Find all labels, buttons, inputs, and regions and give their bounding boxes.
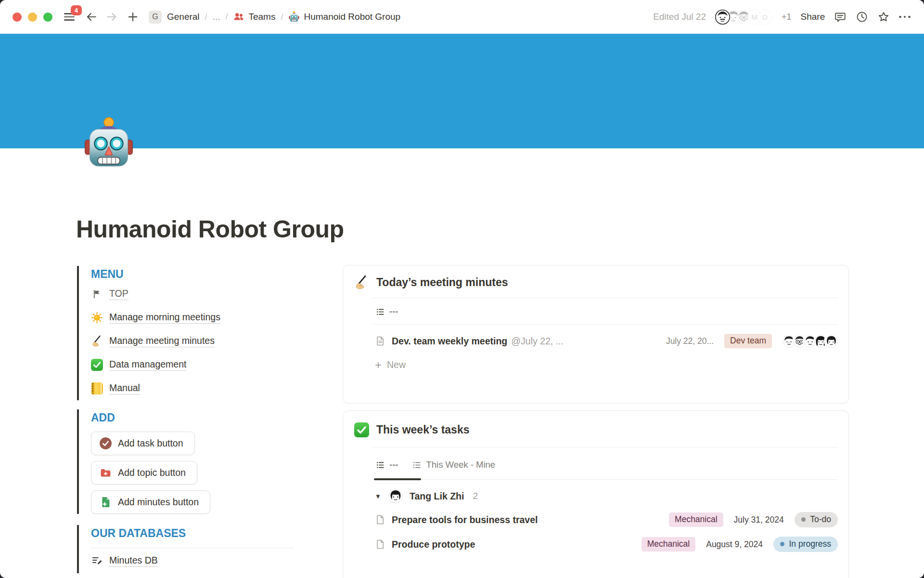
menu-link-meeting-minutes[interactable]: Manage meeting minutes bbox=[91, 329, 220, 353]
view-tab-label: This Week - Mine bbox=[426, 460, 495, 470]
active-tab-indicator bbox=[374, 478, 421, 480]
list-view-icon bbox=[412, 460, 422, 470]
add-topic-label: Add topic button bbox=[118, 467, 186, 478]
task-row[interactable]: Produce prototype Mechanical August 9, 2… bbox=[372, 532, 838, 556]
avatar-initial-d: D bbox=[757, 10, 772, 25]
breadcrumb-page-label: Humanoid Robot Group bbox=[304, 12, 400, 22]
check-box-icon bbox=[354, 422, 369, 437]
new-meeting-button[interactable]: + New bbox=[372, 351, 838, 370]
breadcrumb-separator: / bbox=[281, 12, 283, 22]
add-topic-button[interactable]: Add topic button bbox=[91, 461, 197, 485]
status-badge: In progress bbox=[773, 537, 838, 552]
close-window-button[interactable] bbox=[13, 13, 22, 22]
workspace-chip[interactable]: G bbox=[149, 11, 162, 24]
window-controls bbox=[13, 13, 52, 22]
menu-link-manual[interactable]: Manual bbox=[91, 377, 220, 400]
menu-link-top[interactable]: TOP bbox=[91, 282, 220, 306]
page-icon-robot[interactable] bbox=[82, 117, 136, 171]
breadcrumb-current-page[interactable]: Humanoid Robot Group bbox=[288, 11, 400, 23]
date-mention: @July 22, ... bbox=[511, 336, 564, 347]
breadcrumb-separator: / bbox=[205, 12, 207, 22]
new-label: New bbox=[387, 359, 406, 370]
card-title: This week’s tasks bbox=[376, 423, 469, 436]
history-button[interactable] bbox=[856, 11, 868, 23]
breadcrumb-separator: / bbox=[225, 12, 228, 22]
task-title: Produce prototype bbox=[392, 539, 475, 550]
arrow-right-icon bbox=[105, 11, 118, 23]
add-minutes-label: Add minutes button bbox=[118, 497, 199, 508]
arrow-left-icon bbox=[85, 11, 98, 23]
database-link-label: Minutes DB bbox=[109, 555, 158, 567]
add-task-button[interactable]: Add task button bbox=[91, 432, 195, 455]
menu-section: MENU TOP Manage morning meetings Manage … bbox=[77, 266, 220, 400]
menu-heading: MENU bbox=[91, 266, 220, 282]
status-dot bbox=[780, 542, 785, 547]
add-heading: ADD bbox=[91, 409, 210, 426]
page-cover bbox=[0, 34, 924, 148]
comment-icon bbox=[834, 11, 847, 23]
titlebar-actions: Edited Jul 22 M D +1 Share bbox=[653, 10, 911, 25]
plus-icon bbox=[127, 11, 139, 23]
back-button[interactable] bbox=[85, 11, 98, 23]
add-minutes-button[interactable]: Add minutes button bbox=[91, 490, 210, 514]
page-title: Humanoid Robot Group bbox=[76, 215, 344, 244]
breadcrumb-collapsed[interactable]: ... bbox=[213, 12, 220, 22]
database-link-minutes-db[interactable]: Minutes DB bbox=[91, 548, 294, 573]
row-properties: Mechanical August 9, 2024 In progress bbox=[642, 537, 838, 552]
list-view-icon bbox=[376, 307, 385, 316]
group-count: 2 bbox=[473, 491, 478, 501]
meeting-row[interactable]: Dev. team weekly meeting @July 22, ... J… bbox=[372, 325, 838, 351]
add-task-label: Add task button bbox=[118, 438, 183, 449]
card-title: Today’s meeting minutes bbox=[376, 276, 508, 289]
people-icon bbox=[233, 11, 244, 23]
team-tag: Dev team bbox=[724, 334, 772, 348]
task-row[interactable]: Prepare tools for business travel Mechan… bbox=[372, 507, 838, 532]
app-window: 4 G General / ... / Teams bbox=[0, 0, 924, 578]
new-tab-button[interactable] bbox=[127, 11, 139, 23]
writing-hand-icon bbox=[91, 335, 103, 347]
minimize-window-button[interactable] bbox=[28, 13, 37, 22]
breadcrumb-teams[interactable]: Teams bbox=[233, 11, 275, 23]
sidebar-toggle-button[interactable]: 4 bbox=[63, 11, 76, 23]
more-options-button[interactable] bbox=[899, 16, 911, 18]
avatar-overflow-count[interactable]: +1 bbox=[782, 12, 792, 22]
clock-icon bbox=[856, 11, 868, 23]
view-tab-label: --- bbox=[389, 460, 398, 470]
status-label: To-do bbox=[810, 514, 831, 525]
ledger-icon bbox=[91, 382, 103, 394]
flag-icon bbox=[91, 288, 103, 300]
favorite-button[interactable] bbox=[877, 11, 890, 23]
share-button[interactable]: Share bbox=[801, 12, 825, 22]
page-icon bbox=[375, 514, 385, 525]
zoom-window-button[interactable] bbox=[43, 13, 52, 22]
view-tab-default[interactable]: --- bbox=[376, 460, 398, 470]
add-section: ADD Add task button Add topic button Add… bbox=[77, 409, 210, 514]
status-label: In progress bbox=[789, 539, 831, 549]
task-title: Prepare tools for business travel bbox=[392, 514, 538, 525]
collaborator-avatars[interactable]: M D bbox=[715, 10, 772, 25]
folder-plus-icon bbox=[100, 467, 112, 479]
comments-button[interactable] bbox=[834, 11, 847, 23]
attendee-avatars bbox=[783, 335, 838, 348]
menu-link-label: Manage morning meetings bbox=[109, 312, 220, 324]
file-plus-icon bbox=[100, 496, 112, 508]
meeting-date: July 22, 20... bbox=[666, 336, 714, 346]
view-tab-this-week-mine[interactable]: This Week - Mine bbox=[412, 460, 495, 470]
due-date: July 31, 2024 bbox=[734, 515, 784, 525]
menu-link-label: TOP bbox=[109, 288, 128, 300]
breadcrumb-teams-label: Teams bbox=[248, 12, 275, 22]
view-tab-label: --- bbox=[389, 306, 398, 317]
meeting-minutes-card: Today’s meeting minutes --- Dev. team we… bbox=[343, 265, 849, 404]
view-tab-default[interactable]: --- bbox=[376, 306, 398, 317]
notification-badge: 4 bbox=[71, 5, 82, 15]
breadcrumb-general[interactable]: General bbox=[167, 12, 200, 22]
menu-link-data-management[interactable]: Data management bbox=[91, 353, 220, 377]
menu-link-label: Data management bbox=[109, 359, 186, 371]
avatar bbox=[715, 10, 730, 25]
collapse-toggle-icon[interactable]: ▼ bbox=[375, 493, 382, 500]
forward-button[interactable] bbox=[105, 11, 118, 23]
due-date: August 9, 2024 bbox=[706, 539, 763, 550]
menu-link-morning-meetings[interactable]: Manage morning meetings bbox=[91, 306, 220, 329]
plus-icon: + bbox=[375, 360, 382, 370]
titlebar: 4 G General / ... / Teams bbox=[0, 0, 924, 34]
